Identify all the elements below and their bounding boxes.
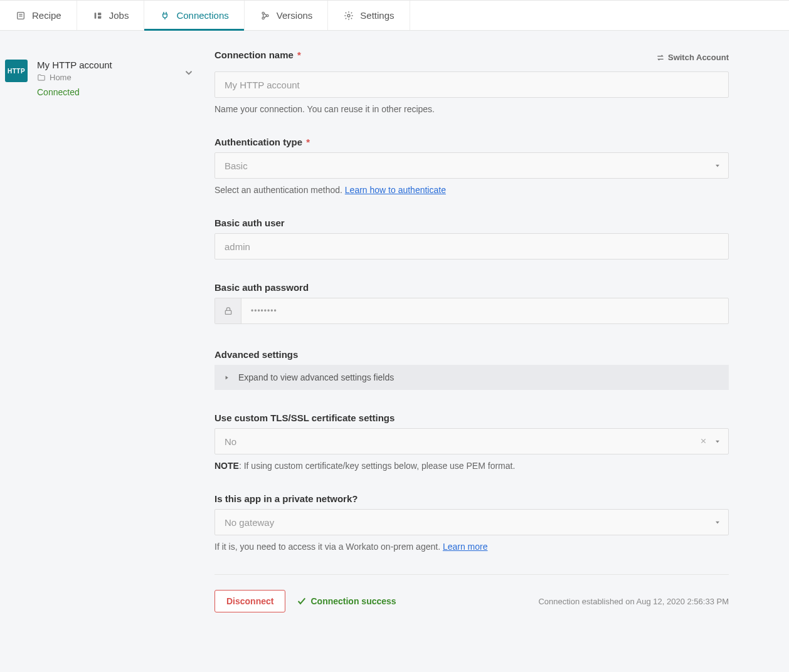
check-icon [297,596,307,606]
connection-timestamp: Connection established on Aug 12, 2020 2… [538,597,729,606]
connection-success: Connection success [297,596,396,606]
basic-user-label: Basic auth user [214,218,729,228]
tab-label: Connections [176,10,228,21]
tab-recipe[interactable]: Recipe [0,1,77,30]
svg-rect-11 [225,310,231,314]
learn-more-link[interactable]: Learn more [443,542,488,552]
connection-title: My HTTP account [37,60,197,70]
tls-hint: NOTE: If using custom certificate/key se… [214,461,729,471]
recipe-icon [15,10,26,21]
swap-icon [656,53,665,62]
auth-type-label: Authentication type * [214,137,729,147]
connection-location: Home [37,73,197,82]
triangle-right-icon [224,375,230,381]
tab-bar: Recipe Jobs Connections Versions Setting… [0,0,789,31]
http-badge: HTTP [5,60,28,82]
tab-label: Recipe [32,10,61,21]
private-net-value: No gateway [225,517,274,528]
caret-down-icon [714,517,721,528]
auth-type-value: Basic [225,160,248,171]
jobs-icon [92,10,103,21]
advanced-expander-label: Expand to view advanced settings fields [238,372,394,382]
svg-rect-3 [94,13,96,18]
learn-auth-link[interactable]: Learn how to authenticate [345,185,446,195]
switch-account-label: Switch Account [668,53,729,62]
svg-point-9 [347,14,350,17]
tab-jobs[interactable]: Jobs [77,1,145,30]
tls-label: Use custom TLS/SSL certificate settings [214,412,729,423]
caret-down-icon [714,436,721,447]
conn-name-label: Connection name * [214,50,301,60]
chevron-down-icon[interactable] [183,67,194,80]
tab-label: Jobs [109,10,129,21]
tab-label: Versions [277,10,313,21]
basic-pwd-label: Basic auth password [214,282,729,293]
svg-marker-12 [226,375,228,379]
settings-icon [343,10,354,21]
disconnect-button[interactable]: Disconnect [214,590,285,612]
svg-marker-15 [716,441,719,443]
location-label: Home [50,73,71,82]
connection-card[interactable]: HTTP My HTTP account Home Connected [0,50,202,107]
svg-marker-16 [716,522,719,524]
basic-user-input[interactable] [214,233,729,260]
tab-versions[interactable]: Versions [245,1,329,30]
advanced-expander[interactable]: Expand to view advanced settings fields [214,365,729,390]
auth-type-select[interactable]: Basic [214,152,729,179]
svg-rect-4 [98,13,101,15]
private-net-hint: If it is, you need to access it via a Wo… [214,542,729,552]
caret-down-icon [714,160,721,171]
connections-icon [159,10,171,21]
tab-label: Settings [360,10,394,21]
form-footer: Disconnect Connection success Connection… [214,574,729,612]
tab-settings[interactable]: Settings [328,1,410,30]
private-net-label: Is this app in a private network? [214,493,729,504]
conn-name-input[interactable] [214,71,729,98]
svg-rect-5 [98,16,101,18]
conn-name-hint: Name your connection. You can reuse it i… [214,104,729,114]
folder-icon [37,73,46,82]
tls-value: No [225,436,236,447]
clear-icon[interactable] [700,436,707,446]
pwd-value: •••••••• [241,298,728,323]
connection-status: Connected [37,87,197,97]
switch-account-button[interactable]: Switch Account [656,53,729,62]
advanced-label: Advanced settings [214,349,729,360]
basic-pwd-input[interactable]: •••••••• [214,298,729,324]
lock-icon [215,298,241,323]
connection-form: Connection name * Switch Account Name yo… [214,50,729,612]
private-net-select[interactable]: No gateway [214,509,729,535]
versions-icon [260,10,271,21]
tls-select[interactable]: No [214,428,729,454]
svg-marker-10 [716,165,719,167]
connection-success-label: Connection success [310,596,396,606]
auth-type-hint: Select an authentication method. Learn h… [214,185,729,195]
tab-connections[interactable]: Connections [144,1,244,30]
